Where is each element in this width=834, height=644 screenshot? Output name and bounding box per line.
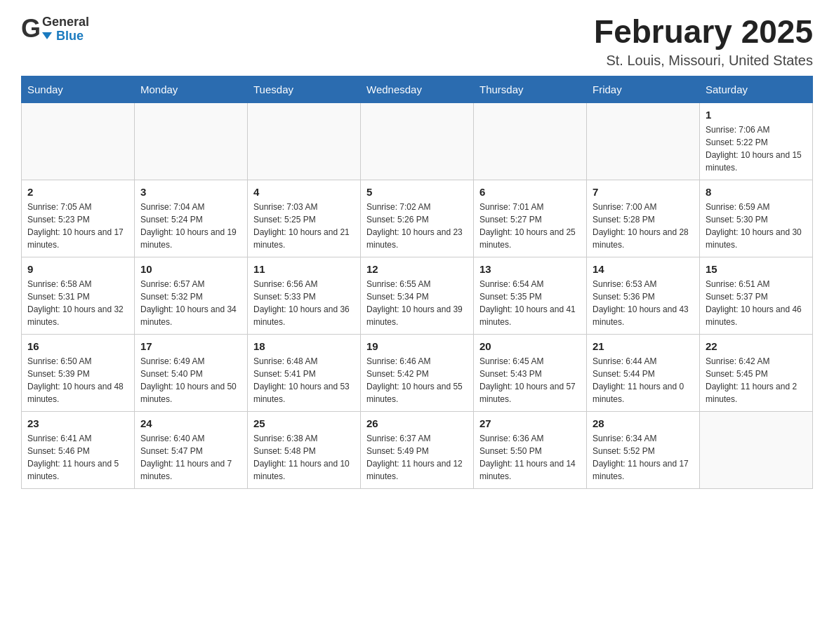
calendar-cell: 25Sunrise: 6:38 AMSunset: 5:48 PMDayligh… — [248, 411, 361, 488]
day-info: Sunrise: 6:54 AMSunset: 5:35 PMDaylight:… — [479, 278, 581, 328]
weekday-header-friday: Friday — [587, 76, 700, 102]
day-number: 13 — [479, 263, 581, 275]
calendar-cell: 9Sunrise: 6:58 AMSunset: 5:31 PMDaylight… — [22, 257, 135, 334]
calendar-table: SundayMondayTuesdayWednesdayThursdayFrid… — [21, 76, 813, 489]
month-title: February 2025 — [594, 14, 813, 50]
calendar-cell: 26Sunrise: 6:37 AMSunset: 5:49 PMDayligh… — [361, 411, 474, 488]
day-info: Sunrise: 6:45 AMSunset: 5:43 PMDaylight:… — [479, 355, 581, 405]
calendar-cell — [22, 102, 135, 180]
calendar-cell: 19Sunrise: 6:46 AMSunset: 5:42 PMDayligh… — [361, 334, 474, 411]
day-info: Sunrise: 6:49 AMSunset: 5:40 PMDaylight:… — [140, 355, 241, 405]
day-info: Sunrise: 6:38 AMSunset: 5:48 PMDaylight:… — [253, 432, 355, 483]
weekday-header-sunday: Sunday — [22, 76, 135, 102]
day-number: 1 — [706, 109, 807, 121]
calendar-cell: 20Sunrise: 6:45 AMSunset: 5:43 PMDayligh… — [474, 334, 587, 411]
calendar-cell: 18Sunrise: 6:48 AMSunset: 5:41 PMDayligh… — [248, 334, 361, 411]
calendar-cell — [248, 102, 361, 180]
day-number: 12 — [366, 263, 468, 275]
calendar-week-row: 9Sunrise: 6:58 AMSunset: 5:31 PMDaylight… — [22, 257, 813, 334]
day-info: Sunrise: 7:03 AMSunset: 5:25 PMDaylight:… — [253, 201, 355, 251]
day-info: Sunrise: 6:42 AMSunset: 5:45 PMDaylight:… — [706, 355, 807, 405]
calendar-cell: 21Sunrise: 6:44 AMSunset: 5:44 PMDayligh… — [587, 334, 700, 411]
calendar-cell: 3Sunrise: 7:04 AMSunset: 5:24 PMDaylight… — [135, 180, 248, 257]
calendar-cell — [361, 102, 474, 180]
logo: G General Blue — [21, 14, 89, 43]
day-number: 18 — [253, 340, 355, 352]
calendar-week-row: 23Sunrise: 6:41 AMSunset: 5:46 PMDayligh… — [22, 411, 813, 488]
calendar-cell — [135, 102, 248, 180]
calendar-cell: 15Sunrise: 6:51 AMSunset: 5:37 PMDayligh… — [700, 257, 813, 334]
day-number: 10 — [140, 263, 241, 275]
day-number: 8 — [706, 186, 807, 198]
calendar-cell: 5Sunrise: 7:02 AMSunset: 5:26 PMDaylight… — [361, 180, 474, 257]
day-info: Sunrise: 6:46 AMSunset: 5:42 PMDaylight:… — [366, 355, 468, 405]
day-info: Sunrise: 6:55 AMSunset: 5:34 PMDaylight:… — [366, 278, 468, 328]
day-info: Sunrise: 6:51 AMSunset: 5:37 PMDaylight:… — [706, 278, 807, 328]
weekday-header-saturday: Saturday — [700, 76, 813, 102]
day-info: Sunrise: 6:41 AMSunset: 5:46 PMDaylight:… — [27, 432, 128, 483]
calendar-cell: 11Sunrise: 6:56 AMSunset: 5:33 PMDayligh… — [248, 257, 361, 334]
calendar-cell: 28Sunrise: 6:34 AMSunset: 5:52 PMDayligh… — [587, 411, 700, 488]
day-info: Sunrise: 6:36 AMSunset: 5:50 PMDaylight:… — [479, 432, 581, 483]
calendar-cell — [587, 102, 700, 180]
day-number: 9 — [27, 263, 128, 275]
day-info: Sunrise: 6:57 AMSunset: 5:32 PMDaylight:… — [140, 278, 241, 328]
day-number: 21 — [593, 340, 694, 352]
calendar-cell: 4Sunrise: 7:03 AMSunset: 5:25 PMDaylight… — [248, 180, 361, 257]
day-number: 15 — [706, 263, 807, 275]
day-number: 22 — [706, 340, 807, 352]
day-number: 23 — [27, 417, 128, 429]
day-number: 24 — [140, 417, 241, 429]
location-title: St. Louis, Missouri, United States — [594, 53, 813, 69]
day-info: Sunrise: 7:01 AMSunset: 5:27 PMDaylight:… — [479, 201, 581, 251]
calendar-cell — [700, 411, 813, 488]
day-number: 6 — [479, 186, 581, 198]
calendar-week-row: 1Sunrise: 7:06 AMSunset: 5:22 PMDaylight… — [22, 102, 813, 180]
day-info: Sunrise: 6:37 AMSunset: 5:49 PMDaylight:… — [366, 432, 468, 483]
day-number: 27 — [479, 417, 581, 429]
calendar-cell — [474, 102, 587, 180]
calendar-week-row: 2Sunrise: 7:05 AMSunset: 5:23 PMDaylight… — [22, 180, 813, 257]
day-info: Sunrise: 6:59 AMSunset: 5:30 PMDaylight:… — [706, 201, 807, 251]
day-number: 11 — [253, 263, 355, 275]
day-number: 14 — [593, 263, 694, 275]
day-number: 3 — [140, 186, 241, 198]
day-info: Sunrise: 7:02 AMSunset: 5:26 PMDaylight:… — [366, 201, 468, 251]
calendar-cell: 14Sunrise: 6:53 AMSunset: 5:36 PMDayligh… — [587, 257, 700, 334]
calendar-cell: 16Sunrise: 6:50 AMSunset: 5:39 PMDayligh… — [22, 334, 135, 411]
title-section: February 2025 St. Louis, Missouri, Unite… — [594, 14, 813, 69]
day-info: Sunrise: 6:44 AMSunset: 5:44 PMDaylight:… — [593, 355, 694, 405]
day-info: Sunrise: 7:05 AMSunset: 5:23 PMDaylight:… — [27, 201, 128, 251]
day-info: Sunrise: 7:06 AMSunset: 5:22 PMDaylight:… — [706, 123, 807, 174]
day-number: 26 — [366, 417, 468, 429]
day-info: Sunrise: 6:56 AMSunset: 5:33 PMDaylight:… — [253, 278, 355, 328]
day-number: 5 — [366, 186, 468, 198]
logo-arrow-icon — [42, 32, 52, 39]
calendar-cell: 24Sunrise: 6:40 AMSunset: 5:47 PMDayligh… — [135, 411, 248, 488]
day-number: 17 — [140, 340, 241, 352]
day-info: Sunrise: 6:50 AMSunset: 5:39 PMDaylight:… — [27, 355, 128, 405]
day-info: Sunrise: 6:53 AMSunset: 5:36 PMDaylight:… — [593, 278, 694, 328]
day-number: 2 — [27, 186, 128, 198]
calendar-cell: 17Sunrise: 6:49 AMSunset: 5:40 PMDayligh… — [135, 334, 248, 411]
calendar-cell: 13Sunrise: 6:54 AMSunset: 5:35 PMDayligh… — [474, 257, 587, 334]
calendar-header-row: SundayMondayTuesdayWednesdayThursdayFrid… — [22, 76, 813, 102]
day-info: Sunrise: 7:00 AMSunset: 5:28 PMDaylight:… — [593, 201, 694, 251]
day-number: 19 — [366, 340, 468, 352]
day-info: Sunrise: 7:04 AMSunset: 5:24 PMDaylight:… — [140, 201, 241, 251]
page-header: G General Blue February 2025 St. Louis, … — [21, 14, 813, 69]
day-number: 4 — [253, 186, 355, 198]
calendar-cell: 8Sunrise: 6:59 AMSunset: 5:30 PMDaylight… — [700, 180, 813, 257]
weekday-header-wednesday: Wednesday — [361, 76, 474, 102]
day-info: Sunrise: 6:58 AMSunset: 5:31 PMDaylight:… — [27, 278, 128, 328]
day-info: Sunrise: 6:48 AMSunset: 5:41 PMDaylight:… — [253, 355, 355, 405]
calendar-cell: 10Sunrise: 6:57 AMSunset: 5:32 PMDayligh… — [135, 257, 248, 334]
weekday-header-monday: Monday — [135, 76, 248, 102]
calendar-cell: 22Sunrise: 6:42 AMSunset: 5:45 PMDayligh… — [700, 334, 813, 411]
calendar-cell: 23Sunrise: 6:41 AMSunset: 5:46 PMDayligh… — [22, 411, 135, 488]
day-info: Sunrise: 6:40 AMSunset: 5:47 PMDaylight:… — [140, 432, 241, 483]
day-number: 28 — [593, 417, 694, 429]
day-number: 20 — [479, 340, 581, 352]
day-number: 16 — [27, 340, 128, 352]
calendar-cell: 27Sunrise: 6:36 AMSunset: 5:50 PMDayligh… — [474, 411, 587, 488]
